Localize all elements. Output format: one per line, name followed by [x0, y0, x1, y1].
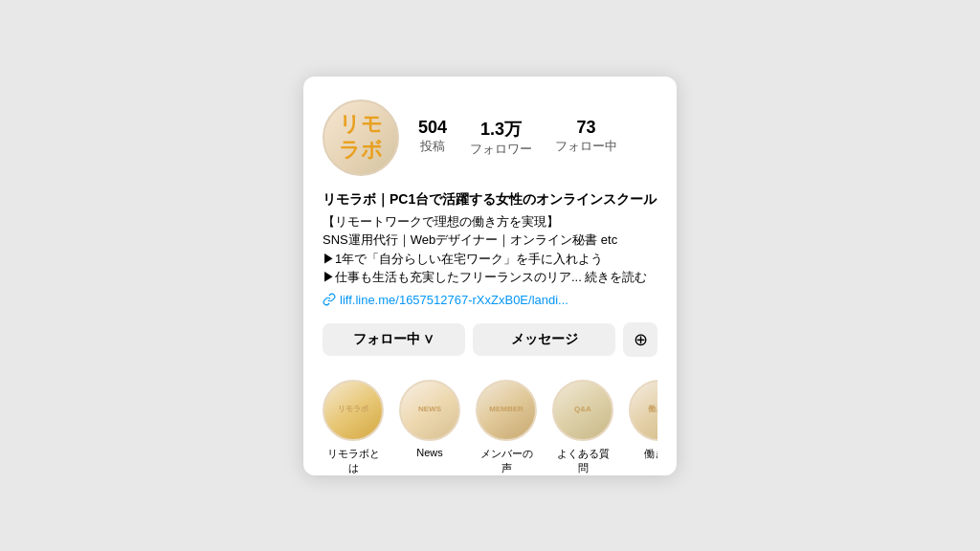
- highlight-label-2: News: [416, 447, 443, 458]
- highlight-label-4: よくある質問: [552, 447, 613, 475]
- highlight-inner-2: NEWS: [418, 405, 441, 414]
- highlight-inner-3: MEMBER: [489, 405, 523, 414]
- bio-line3: ▶1年で「自分らしい在宅ワーク」を手に入れよう: [323, 250, 657, 269]
- highlight-item-5[interactable]: 働き方 働き方: [629, 380, 657, 475]
- bio-line1: 【リモートワークで理想の働き方を実現】: [323, 212, 657, 231]
- stat-followers: 1.3万 フォロワー: [470, 118, 532, 158]
- highlight-item-3[interactable]: MEMBER メンバーの声: [476, 380, 537, 475]
- avatar-text: リモ ラボ: [339, 112, 383, 163]
- highlight-item-2[interactable]: NEWS News: [399, 380, 460, 475]
- posts-label: 投稿: [420, 138, 445, 155]
- phone-card: リモ ラボ 504 投稿 1.3万 フォロワー 73 フォロー中 リモラボ｜PC…: [303, 77, 677, 475]
- following-count: 73: [577, 118, 596, 138]
- highlight-label-3: メンバーの声: [476, 447, 537, 475]
- highlight-inner-1: リモラボ: [338, 405, 368, 414]
- avatar: リモ ラボ: [323, 99, 399, 176]
- bio-link[interactable]: liff.line.me/1657512767-rXxZxB0E/landi..…: [323, 293, 657, 307]
- highlight-label-5: 働き方: [644, 447, 658, 461]
- highlight-inner-4: Q&A: [574, 405, 591, 414]
- link-text: liff.line.me/1657512767-rXxZxB0E/landi..…: [340, 293, 568, 307]
- follow-button[interactable]: フォロー中 ∨: [323, 323, 465, 356]
- posts-count: 504: [418, 118, 447, 138]
- highlight-circle-2: NEWS: [399, 380, 460, 441]
- bio-section: リモラボ｜PC1台で活躍する女性のオンラインスクール 【リモートワークで理想の働…: [323, 191, 657, 307]
- bio-line2: SNS運用代行｜Webデザイナー｜オンライン秘書 etc: [323, 231, 657, 250]
- stat-posts: 504 投稿: [418, 118, 447, 158]
- profile-header: リモ ラボ 504 投稿 1.3万 フォロワー 73 フォロー中: [323, 99, 657, 176]
- highlight-circle-4: Q&A: [552, 380, 613, 441]
- add-person-button[interactable]: ⊕: [623, 322, 657, 357]
- bio-line4: ▶仕事も生活も充実したフリーランスのリア... 続きを読む: [323, 268, 657, 287]
- read-more-link[interactable]: 続きを読む: [585, 270, 647, 284]
- add-person-icon: ⊕: [634, 329, 648, 350]
- stat-following: 73 フォロー中: [555, 118, 617, 158]
- highlight-item-1[interactable]: リモラボ リモラボとは: [323, 380, 384, 475]
- followers-count: 1.3万: [480, 118, 522, 141]
- highlight-circle-1: リモラボ: [323, 380, 384, 441]
- link-icon: [323, 293, 336, 306]
- stats-row: 504 投稿 1.3万 フォロワー 73 フォロー中: [418, 118, 657, 158]
- highlight-label-1: リモラボとは: [323, 447, 384, 475]
- highlight-circle-3: MEMBER: [476, 380, 537, 441]
- highlight-item-4[interactable]: Q&A よくある質問: [552, 380, 613, 475]
- bio-name: リモラボ｜PC1台で活躍する女性のオンラインスクール: [323, 191, 657, 209]
- message-button[interactable]: メッセージ: [473, 323, 615, 356]
- highlight-circle-5: 働き方: [629, 380, 657, 441]
- action-buttons: フォロー中 ∨ メッセージ ⊕: [323, 322, 657, 357]
- highlight-inner-5: 働き方: [648, 405, 657, 414]
- highlights-section: リモラボ リモラボとは NEWS News MEMBER メンバーの声 Q&A …: [323, 372, 657, 475]
- followers-label: フォロワー: [470, 141, 532, 158]
- following-label: フォロー中: [555, 138, 617, 155]
